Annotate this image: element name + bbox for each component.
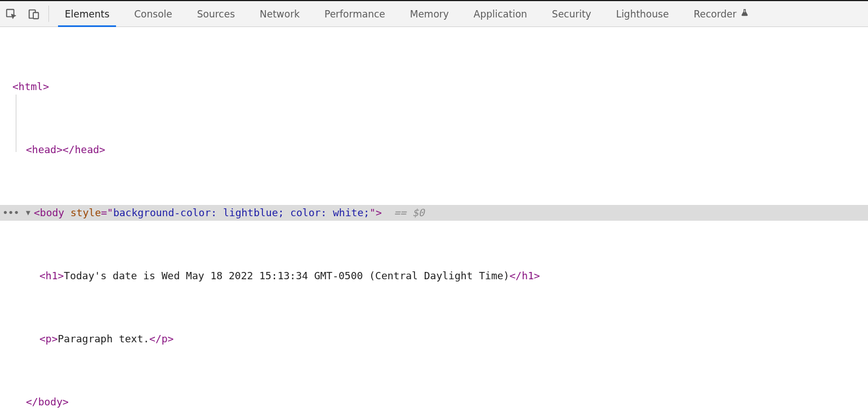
tab-label: Lighthouse [616, 8, 669, 20]
tab-label: Security [552, 8, 591, 20]
disclosure-triangle-icon[interactable]: ▼ [26, 205, 33, 221]
attr-value-token: background-color: lightblue; color: whit… [113, 205, 370, 221]
punct-token: " [370, 205, 376, 221]
svg-rect-2 [33, 12, 38, 19]
device-toolbar-icon[interactable] [23, 1, 45, 26]
tab-application[interactable]: Application [461, 1, 540, 26]
tab-lighthouse[interactable]: Lighthouse [604, 1, 682, 26]
inspect-element-icon[interactable] [0, 1, 23, 26]
tag-token: <html> [12, 79, 49, 95]
tag-token: <p> [39, 331, 58, 347]
devtools-toolbar: Elements Console Sources Network Perform… [0, 0, 868, 27]
punct-token: =" [101, 205, 113, 221]
tag-token: <head> [26, 142, 63, 158]
gutter-dots-icon[interactable]: ••• [2, 205, 19, 221]
tab-label: Sources [197, 8, 235, 20]
tab-label: Memory [410, 8, 449, 20]
toolbar-divider [48, 6, 49, 22]
tab-label: Recorder [693, 8, 736, 20]
text-token: Today's date is Wed May 18 2022 15:13:34… [64, 268, 509, 284]
tab-label: Console [134, 8, 172, 20]
tab-label: Performance [324, 8, 385, 20]
spacer [382, 205, 394, 221]
tab-label: Network [260, 8, 300, 20]
tab-elements[interactable]: Elements [52, 1, 122, 26]
dom-node-body-open[interactable]: ••• ▼<body style="background-color: ligh… [0, 205, 868, 221]
tag-token: </body> [26, 394, 69, 410]
tab-sources[interactable]: Sources [185, 1, 247, 26]
text-token: Paragraph text. [58, 331, 150, 347]
tag-token: </p> [149, 331, 173, 347]
tab-console[interactable]: Console [122, 1, 185, 26]
tab-network[interactable]: Network [247, 1, 312, 26]
dom-node-html-open[interactable]: <html> [0, 79, 868, 95]
tab-security[interactable]: Security [540, 1, 604, 26]
dom-node-head[interactable]: <head></head> [0, 142, 868, 158]
dom-node-h1[interactable]: <h1>Today's date is Wed May 18 2022 15:1… [0, 268, 868, 284]
tag-token: <body [34, 205, 70, 221]
flask-icon [740, 8, 749, 20]
tab-label: Application [474, 8, 527, 20]
tab-label: Elements [65, 8, 109, 20]
tag-token: </h1> [509, 268, 540, 284]
tab-performance[interactable]: Performance [312, 1, 398, 26]
dom-node-body-close[interactable]: </body> [0, 394, 868, 410]
attr-name-token: style [70, 205, 101, 221]
elements-dom-tree[interactable]: <html> <head></head> ••• ▼<body style="b… [0, 27, 868, 411]
punct-token: > [376, 205, 382, 221]
tag-token: </head> [63, 142, 105, 158]
tag-token: <h1> [39, 268, 64, 284]
dom-node-p[interactable]: <p>Paragraph text.</p> [0, 331, 868, 347]
selected-node-annotation: == $0 [394, 205, 424, 221]
tab-memory[interactable]: Memory [398, 1, 461, 26]
tab-recorder[interactable]: Recorder [681, 1, 761, 26]
indent-guide [16, 95, 16, 152]
devtools-tabs: Elements Console Sources Network Perform… [52, 1, 868, 26]
